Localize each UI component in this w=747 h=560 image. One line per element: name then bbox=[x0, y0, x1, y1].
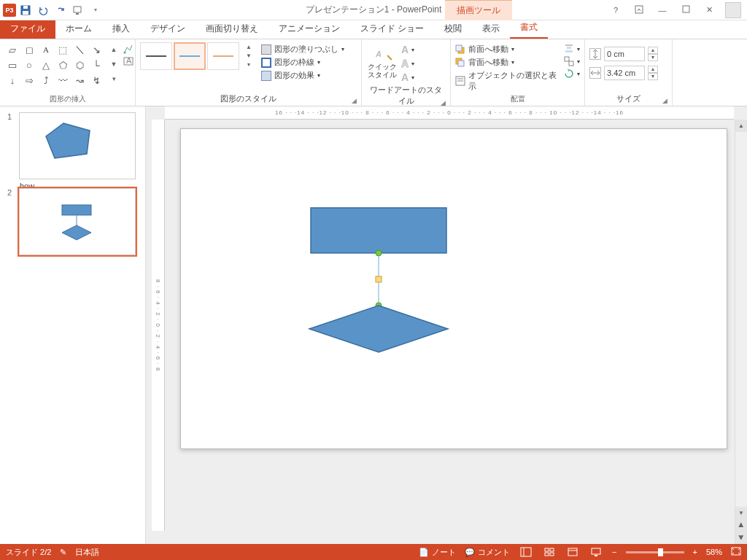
svg-rect-20 bbox=[565, 50, 573, 52]
tab-insert[interactable]: 挿入 bbox=[102, 19, 140, 39]
slide-sorter-view-button[interactable] bbox=[542, 546, 557, 558]
shape-height-row: ▲▼ bbox=[589, 47, 658, 61]
shape-effects-button[interactable]: 図形の効果 ▾ bbox=[261, 70, 344, 81]
group-button[interactable]: ▾ bbox=[564, 56, 580, 66]
svg-rect-6 bbox=[683, 6, 689, 12]
group-label-size: サイズ◢ bbox=[589, 92, 667, 106]
height-spinner[interactable]: ▲▼ bbox=[648, 47, 658, 61]
shape-styles-dialog-launcher[interactable]: ◢ bbox=[352, 97, 357, 104]
previous-slide-button[interactable]: ⯅ bbox=[735, 519, 747, 532]
svg-rect-3 bbox=[74, 7, 81, 12]
bring-forward-button[interactable]: 前面へ移動 ▾ bbox=[455, 44, 557, 55]
align-button[interactable]: ▾ bbox=[564, 44, 580, 54]
draw-textbox-button[interactable]: A bbox=[123, 56, 133, 66]
normal-view-button[interactable] bbox=[519, 546, 533, 558]
group-label-arrange: 配置 bbox=[455, 93, 580, 106]
text-fill-button[interactable]: A▾ bbox=[401, 44, 414, 55]
svg-rect-12 bbox=[456, 45, 462, 51]
qat-customize-icon[interactable]: ▾ bbox=[88, 2, 104, 18]
slide-content[interactable] bbox=[181, 129, 728, 450]
fit-to-window-button[interactable] bbox=[731, 547, 741, 557]
selection-pane-button[interactable]: オブジェクトの選択と表示 bbox=[455, 70, 557, 92]
group-shape-styles: ▲▼▾ 図形の塗りつぶし ▾ 図形の枠線 ▾ 図形の効果 ▾ 図形のスタイル◢ bbox=[136, 39, 362, 106]
vertical-scrollbar[interactable]: ▲ ▼ ⯅ ⯆ bbox=[735, 120, 747, 544]
svg-rect-5 bbox=[635, 6, 643, 13]
scroll-down-button[interactable]: ▼ bbox=[735, 507, 747, 519]
shape-rectangle[interactable] bbox=[311, 208, 446, 253]
svg-rect-26 bbox=[62, 205, 91, 215]
slide-counter[interactable]: スライド 2/2 bbox=[6, 547, 51, 558]
shape-diamond[interactable] bbox=[309, 306, 448, 352]
slideshow-view-button[interactable] bbox=[589, 546, 603, 558]
horizontal-ruler: 16 · · ·14 · · ·12 · · ·10 · · · 8 · · ·… bbox=[165, 106, 734, 120]
shape-style-scroll[interactable]: ▲▼▾ bbox=[244, 42, 254, 69]
maximize-button[interactable] bbox=[678, 5, 693, 15]
shape-width-row: ▲▼ bbox=[589, 66, 658, 80]
spellcheck-icon[interactable]: ✎ bbox=[60, 548, 66, 557]
svg-rect-2 bbox=[23, 6, 28, 9]
window-controls: ? — ✕ bbox=[608, 2, 747, 18]
zoom-in-button[interactable]: + bbox=[693, 548, 697, 556]
rotate-button[interactable]: ▾ bbox=[564, 69, 580, 79]
shapes-gallery[interactable]: ▱◻A⬚＼↘ ▭○△⬠⬡└ ↓⇨⤴〰↝↯ bbox=[4, 42, 104, 88]
account-avatar[interactable] bbox=[725, 2, 741, 18]
tab-format[interactable]: 書式 bbox=[510, 18, 548, 39]
svg-rect-32 bbox=[550, 548, 554, 551]
width-spinner[interactable]: ▲▼ bbox=[648, 66, 658, 80]
work-area: 1 how 2 16 · · ·14 · · ·12 · · ·10 · · ·… bbox=[0, 106, 747, 544]
shape-width-input[interactable] bbox=[604, 66, 645, 80]
save-button[interactable] bbox=[18, 2, 34, 18]
svg-text:A: A bbox=[375, 50, 382, 58]
tab-transitions[interactable]: 画面切り替え bbox=[196, 19, 268, 39]
shapes-gallery-scroll[interactable]: ▲▼▾ bbox=[109, 42, 119, 85]
tab-file[interactable]: ファイル bbox=[0, 19, 55, 39]
text-outline-button[interactable]: A▾ bbox=[401, 58, 414, 69]
close-button[interactable]: ✕ bbox=[702, 5, 716, 15]
group-label-wordart: ワードアートのスタイル◢ bbox=[366, 83, 446, 108]
wordart-dialog-launcher[interactable]: ◢ bbox=[441, 99, 446, 106]
tab-animations[interactable]: アニメーション bbox=[268, 19, 350, 39]
zoom-slider[interactable] bbox=[626, 551, 684, 553]
svg-marker-25 bbox=[46, 123, 90, 158]
comments-button[interactable]: 💬 コメント bbox=[465, 547, 510, 558]
shape-style-gallery[interactable] bbox=[140, 42, 239, 70]
undo-button[interactable] bbox=[35, 2, 51, 18]
start-from-beginning-button[interactable] bbox=[70, 2, 86, 18]
ribbon-display-button[interactable] bbox=[632, 5, 646, 15]
help-button[interactable]: ? bbox=[608, 6, 623, 15]
slide-canvas[interactable] bbox=[180, 128, 727, 449]
drawing-tools-contextual-tab: 描画ツール bbox=[445, 0, 512, 20]
notes-button[interactable]: 📄 ノート bbox=[419, 547, 456, 558]
slide-editor: 16 · · ·14 · · ·12 · · ·10 · · · 8 · · ·… bbox=[146, 106, 747, 544]
tab-home[interactable]: ホーム bbox=[55, 19, 102, 39]
text-effects-button[interactable]: A▾ bbox=[401, 71, 414, 83]
redo-button[interactable] bbox=[53, 2, 69, 18]
reading-view-button[interactable] bbox=[565, 546, 580, 558]
tab-review[interactable]: 校閲 bbox=[434, 19, 472, 39]
edit-shape-button[interactable] bbox=[123, 44, 133, 54]
shape-outline-button[interactable]: 図形の枠線 ▾ bbox=[261, 57, 344, 68]
send-backward-button[interactable]: 背面へ移動 ▾ bbox=[455, 57, 557, 68]
tab-slideshow[interactable]: スライド ショー bbox=[350, 19, 434, 39]
language-indicator[interactable]: 日本語 bbox=[75, 547, 99, 558]
app-icon: P3 bbox=[3, 4, 16, 17]
next-slide-button[interactable]: ⯆ bbox=[735, 532, 747, 544]
svg-rect-35 bbox=[568, 548, 577, 556]
svg-rect-21 bbox=[565, 57, 569, 61]
quick-styles-button[interactable]: A クイック スタイル bbox=[366, 42, 398, 79]
connector-endpoint-top[interactable] bbox=[376, 250, 382, 256]
thumbnail-1[interactable]: 1 how bbox=[7, 112, 138, 179]
thumbnail-2[interactable]: 2 bbox=[7, 188, 138, 255]
tab-view[interactable]: 表示 bbox=[472, 19, 510, 39]
shape-fill-button[interactable]: 図形の塗りつぶし ▾ bbox=[261, 44, 344, 55]
scroll-up-button[interactable]: ▲ bbox=[735, 120, 747, 132]
connector-midpoint-handle[interactable] bbox=[376, 276, 382, 282]
shape-height-input[interactable] bbox=[604, 47, 645, 61]
slide-thumbnails-pane[interactable]: 1 how 2 bbox=[0, 106, 146, 544]
tab-design[interactable]: デザイン bbox=[140, 19, 196, 39]
title-bar: P3 ▾ プレゼンテーション1 - PowerPoint 描画ツール ? — ✕ bbox=[0, 0, 747, 20]
size-dialog-launcher[interactable]: ◢ bbox=[662, 97, 667, 104]
minimize-button[interactable]: — bbox=[655, 6, 670, 15]
zoom-out-button[interactable]: − bbox=[612, 548, 616, 556]
zoom-level[interactable]: 58% bbox=[706, 548, 722, 556]
